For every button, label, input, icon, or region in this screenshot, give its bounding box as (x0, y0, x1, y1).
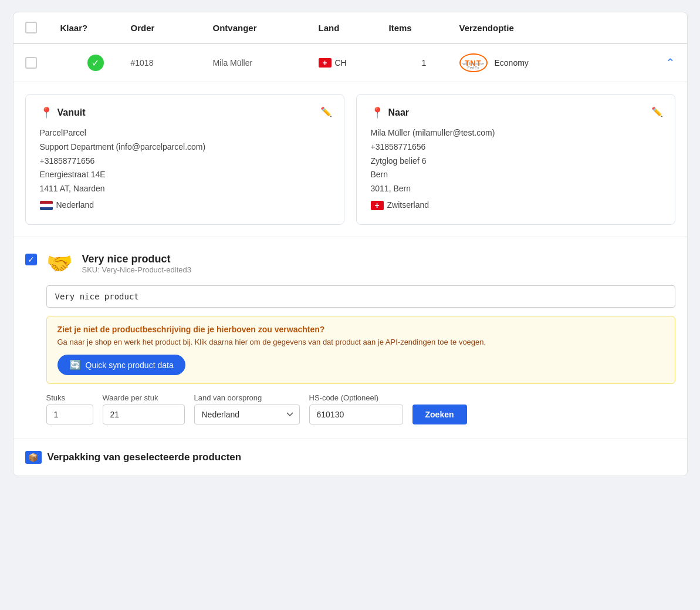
product-emoji: 🤝 (46, 251, 73, 276)
product-content: 🤝 Very nice product SKU: Very-Nice-Produ… (46, 251, 675, 425)
order-items: 1 (389, 58, 459, 68)
product-checkbox-area: ✓ 🤝 Very nice product SKU: Very-Nice-Pro… (25, 251, 675, 425)
land-code: CH (335, 58, 347, 68)
verpakking-section: 📦 Verpakking van geselecteerde producten (13, 439, 687, 476)
from-title-text: Vanuit (58, 107, 86, 118)
to-address-text: Mila Müller (milamuller@test.com) +31858… (371, 126, 661, 213)
hs-field: HS-code (Optioneel) (309, 393, 403, 424)
product-section: ✓ 🤝 Very nice product SKU: Very-Nice-Pro… (13, 237, 687, 440)
col-header-ontvanger: Ontvanger (213, 23, 319, 33)
hs-label: HS-code (Optioneel) (309, 393, 403, 402)
order-land: CH (319, 58, 389, 68)
verpakking-title-text: Verpakking van geselecteerde producten (48, 451, 242, 463)
product-title: Very nice product (82, 253, 191, 265)
stuks-label: Stuks (46, 393, 93, 402)
land-label: Land van oorsprong (194, 393, 300, 402)
to-address-card: 📍 Naar Mila Müller (milamuller@test.com)… (356, 94, 675, 225)
waarde-input[interactable] (103, 405, 185, 424)
from-department: Support Department (info@parcelparcel.co… (40, 140, 330, 154)
to-title: 📍 Naar (371, 106, 661, 119)
product-sku: SKU: Very-Nice-Product-edited3 (82, 265, 191, 274)
product-info: Very nice product SKU: Very-Nice-Product… (82, 253, 191, 274)
from-address-card: 📍 Vanuit ParcelParcel Support Department… (25, 94, 344, 225)
to-street: Zytglog belief 6 (371, 154, 661, 168)
fields-row: Stuks Waarde per stuk Land van oorsprong… (46, 393, 675, 424)
to-edit-icon[interactable]: ✏️ (651, 106, 663, 117)
order-row: ✓ #1018 Mila Müller CH 1 TNT will become… (13, 44, 687, 82)
warning-text: Ga naar je shop en werk het product bij.… (58, 336, 664, 348)
order-ontvanger: Mila Müller (213, 58, 319, 68)
col-header-land: Land (319, 23, 389, 33)
verzend-option: Economy (495, 58, 529, 68)
warning-box: Ziet je niet de productbeschrijving die … (46, 316, 675, 385)
order-verzend: TNT will become FedEx Economy ⌃ (459, 53, 675, 72)
waarde-field: Waarde per stuk (103, 393, 185, 424)
col-header-order: Order (131, 23, 213, 33)
from-postal: 1411 AT, Naarden (40, 182, 330, 196)
col-header-verzend: Verzendoptie (459, 23, 675, 33)
flag-ch-to-icon (371, 201, 384, 210)
land-field: Land van oorsprong Nederland (194, 393, 300, 424)
to-title-text: Naar (388, 107, 410, 118)
to-postal-city: 3011, Bern (371, 182, 661, 196)
land-select[interactable]: Nederland (194, 405, 300, 424)
product-header: 🤝 Very nice product SKU: Very-Nice-Produ… (46, 251, 675, 276)
order-number: #1018 (131, 58, 213, 68)
from-company: ParcelParcel (40, 126, 330, 140)
to-phone: +31858771656 (371, 140, 661, 154)
tnt-subtext: will become FedEx (461, 62, 486, 70)
col-header-items: Items (389, 23, 459, 33)
waarde-label: Waarde per stuk (103, 393, 185, 402)
order-checkbox[interactable] (25, 57, 37, 69)
from-phone: +31858771656 (40, 154, 330, 168)
sync-icon: 🔄 (69, 359, 81, 370)
header-checkbox[interactable] (25, 22, 37, 33)
product-description-input[interactable] (46, 285, 675, 308)
stuks-field: Stuks (46, 393, 93, 424)
expand-icon[interactable]: ⌃ (665, 56, 675, 70)
from-address-text: ParcelParcel Support Department (info@pa… (40, 126, 330, 213)
location-from-icon: 📍 (40, 106, 53, 119)
from-country: Nederland (56, 198, 94, 213)
flag-ch-icon (319, 58, 332, 68)
to-country: Zwitserland (387, 198, 430, 213)
package-icon: 📦 (25, 451, 42, 464)
from-edit-icon[interactable]: ✏️ (320, 106, 332, 117)
status-check-icon: ✓ (87, 55, 104, 71)
sync-button[interactable]: 🔄 Quick sync product data (58, 355, 185, 375)
warning-title: Ziet je niet de productbeschrijving die … (58, 325, 664, 334)
from-street: Energiestraat 14E (40, 168, 330, 182)
flag-nl-icon (40, 201, 53, 210)
verpakking-title: 📦 Verpakking van geselecteerde producten (25, 451, 675, 464)
address-section: 📍 Vanuit ParcelParcel Support Department… (13, 82, 687, 237)
tnt-logo: TNT will become FedEx (459, 53, 488, 72)
sku-value: Very-Nice-Product-edited3 (102, 265, 191, 274)
sync-button-label: Quick sync product data (86, 360, 174, 370)
search-button[interactable]: Zoeken (412, 405, 467, 424)
from-country-line: Nederland (40, 198, 330, 213)
stuks-input[interactable] (46, 405, 93, 424)
from-title: 📍 Vanuit (40, 106, 330, 119)
main-container: Klaar? Order Ontvanger Land Items Verzen… (13, 12, 688, 476)
location-to-icon: 📍 (371, 106, 384, 119)
to-country-line: Zwitserland (371, 198, 661, 213)
product-checkbox[interactable]: ✓ (25, 254, 37, 265)
hs-input[interactable] (309, 405, 403, 424)
to-name-email: Mila Müller (milamuller@test.com) (371, 126, 661, 140)
col-header-klaar: Klaar? (60, 23, 131, 33)
sku-label: SKU: (82, 265, 100, 274)
table-header: Klaar? Order Ontvanger Land Items Verzen… (13, 12, 687, 44)
to-city: Bern (371, 168, 661, 182)
